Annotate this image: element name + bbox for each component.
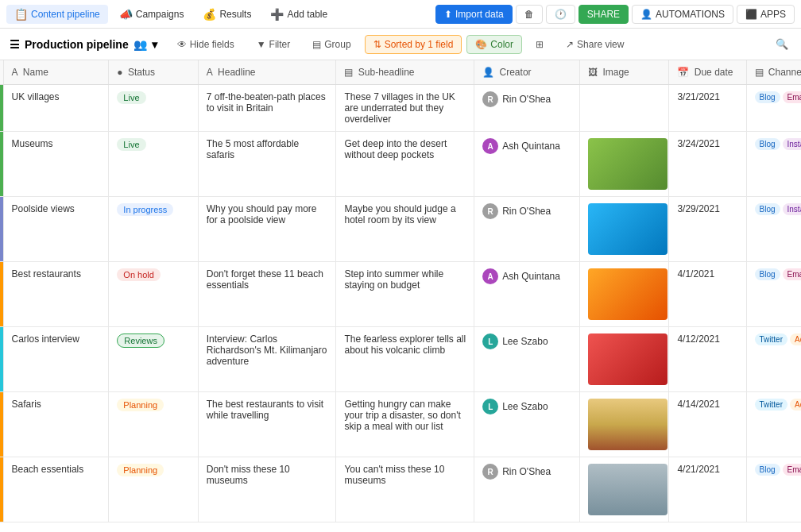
- nav-tab-content-pipeline[interactable]: 📋 Content pipeline: [6, 5, 108, 24]
- cell-name[interactable]: Beach essentials: [3, 457, 109, 522]
- apps-label: APPS: [760, 9, 786, 20]
- group-button[interactable]: ▤ Group: [304, 35, 359, 54]
- cell-status: Reviews: [109, 327, 198, 392]
- col-header-duedate[interactable]: 📅 Due date: [669, 60, 746, 85]
- top-nav: 📋 Content pipeline 📣 Campaigns 💰 Results…: [0, 0, 801, 29]
- import-icon: ⬆: [444, 9, 452, 20]
- cell-name[interactable]: Carlos interview: [3, 327, 109, 392]
- filter-button[interactable]: ▼ Filter: [248, 35, 300, 54]
- cell-subheadline[interactable]: Maybe you should judge a hotel room by i…: [336, 197, 474, 262]
- name-col-icon: A: [12, 67, 18, 78]
- sort-icon: ⇅: [373, 39, 381, 50]
- search-button[interactable]: 🔍: [772, 35, 791, 54]
- nav-tab-campaigns-label: Campaigns: [136, 9, 184, 20]
- nav-tab-campaigns[interactable]: 📣 Campaigns: [111, 5, 192, 24]
- cell-image: [580, 457, 669, 522]
- color-button[interactable]: 🎨 Color: [466, 35, 522, 54]
- col-header-name[interactable]: A Name: [3, 60, 109, 85]
- avatar: R: [482, 203, 498, 219]
- creator-name: Ash Quintana: [502, 271, 560, 282]
- avatar: A: [482, 138, 498, 154]
- status-badge: In progress: [117, 203, 173, 216]
- cell-image: [580, 262, 669, 327]
- cell-headline[interactable]: Interview: Carlos Richardson's Mt. Kilim…: [198, 327, 336, 392]
- nav-tab-add-table[interactable]: ➕ Add table: [262, 5, 335, 24]
- cell-status: Planning: [109, 457, 198, 522]
- import-data-button[interactable]: ⬆ Import data: [435, 5, 513, 24]
- col-header-status[interactable]: ● Status: [109, 60, 198, 85]
- cell-subheadline[interactable]: These 7 villages in the UK are underrate…: [336, 85, 474, 132]
- nav-tab-content-pipeline-label: Content pipeline: [31, 9, 100, 20]
- creator-name: Rin O'Shea: [502, 94, 551, 105]
- duedate-col-label: Due date: [695, 67, 733, 78]
- cell-subheadline[interactable]: You can't miss these 10 museums: [336, 457, 474, 522]
- cell-name[interactable]: UK villages: [3, 85, 109, 132]
- data-table: A Name ● Status A Headline ▤ Sub-headlin…: [0, 60, 801, 522]
- col-header-image[interactable]: 🖼 Image: [580, 60, 669, 85]
- cell-creator: RRin O'Shea: [474, 85, 580, 132]
- cell-channels: BlogInstagramTwitterFacebook: [746, 197, 801, 262]
- channel-tag: Blog: [755, 91, 780, 103]
- share-button[interactable]: SHARE: [578, 5, 629, 24]
- cell-headline[interactable]: 7 off-the-beaten-path places to visit in…: [198, 85, 336, 132]
- avatar: R: [482, 91, 498, 107]
- hide-fields-button[interactable]: 👁 Hide fields: [168, 35, 243, 54]
- table-row: Carlos interviewReviewsInterview: Carlos…: [0, 327, 801, 392]
- cell-creator: AAsh Quintana: [474, 132, 580, 197]
- color-icon: 🎨: [475, 39, 487, 50]
- col-header-channels[interactable]: ▤ Channels: [746, 60, 801, 85]
- table-row: SafarisPlanningThe best restaurants to v…: [0, 392, 801, 457]
- creator-name: Rin O'Shea: [502, 206, 551, 217]
- history-icon: 🕐: [555, 9, 567, 20]
- cell-name[interactable]: Best restaurants: [3, 262, 109, 327]
- col-header-subheadline[interactable]: ▤ Sub-headline: [336, 60, 474, 85]
- channel-tag: Blog: [755, 203, 780, 215]
- status-badge: Planning: [117, 464, 164, 476]
- channel-tag: Instagram: [783, 203, 801, 215]
- channels-col-label: Channels: [768, 67, 801, 78]
- cell-status: In progress: [109, 197, 198, 262]
- creator-col-icon: 👤: [482, 67, 494, 78]
- toolbar: ☰ Production pipeline 👥 ▾ 👁 Hide fields …: [0, 29, 801, 60]
- table-row: Beach essentialsPlanningDon't miss these…: [0, 457, 801, 522]
- history-button[interactable]: 🕐: [546, 5, 575, 24]
- cell-image: [580, 327, 669, 392]
- campaigns-icon: 📣: [119, 8, 133, 21]
- cell-headline[interactable]: Why you should pay more for a poolside v…: [198, 197, 336, 262]
- cell-channels: TwitterAdWordsBlog: [746, 327, 801, 392]
- col-header-creator[interactable]: 👤 Creator: [474, 60, 580, 85]
- cell-headline[interactable]: Don't forget these 11 beach essentials: [198, 262, 336, 327]
- cell-subheadline[interactable]: The fearless explorer tells all about hi…: [336, 327, 474, 392]
- members-icon: 👥: [134, 38, 147, 51]
- cell-headline[interactable]: The best restaurants to visit while trav…: [198, 392, 336, 457]
- col-header-headline[interactable]: A Headline: [198, 60, 336, 85]
- cell-name[interactable]: Safaris: [3, 392, 109, 457]
- nav-tab-add-table-label: Add table: [287, 9, 327, 20]
- cell-subheadline[interactable]: Get deep into the desert without deep po…: [336, 132, 474, 197]
- automations-button[interactable]: 👤 AUTOMATIONS: [632, 5, 733, 24]
- cell-headline[interactable]: The 5 most affordable safaris: [198, 132, 336, 197]
- cell-name[interactable]: Museums: [3, 132, 109, 197]
- trash-icon: 🗑: [524, 9, 534, 20]
- channel-tag: Blog: [755, 268, 780, 280]
- group-label: Group: [324, 39, 350, 50]
- cell-subheadline[interactable]: Step into summer while staying on budget: [336, 262, 474, 327]
- grid-view-button[interactable]: ⊞: [527, 35, 552, 54]
- share-label: SHARE: [587, 9, 620, 20]
- channel-tag: Instagram: [783, 138, 801, 150]
- share-view-icon: ↗: [566, 39, 574, 50]
- apps-button[interactable]: ⬛ APPS: [737, 5, 795, 24]
- cell-subheadline[interactable]: Getting hungry can make your trip a disa…: [336, 392, 474, 457]
- headline-col-label: Headline: [218, 67, 255, 78]
- cell-headline[interactable]: Don't miss these 10 museums: [198, 457, 336, 522]
- name-col-label: Name: [23, 67, 48, 78]
- channel-tag: Twitter: [755, 399, 787, 411]
- search-icon: 🔍: [776, 38, 788, 50]
- nav-tab-results[interactable]: 💰 Results: [195, 5, 259, 24]
- status-badge: Planning: [117, 399, 164, 411]
- sort-button[interactable]: ⇅ Sorted by 1 field: [365, 35, 462, 54]
- row-image: [588, 203, 668, 255]
- cell-name[interactable]: Poolside views: [3, 197, 109, 262]
- trash-button[interactable]: 🗑: [516, 5, 543, 24]
- share-view-button[interactable]: ↗ Share view: [557, 35, 633, 54]
